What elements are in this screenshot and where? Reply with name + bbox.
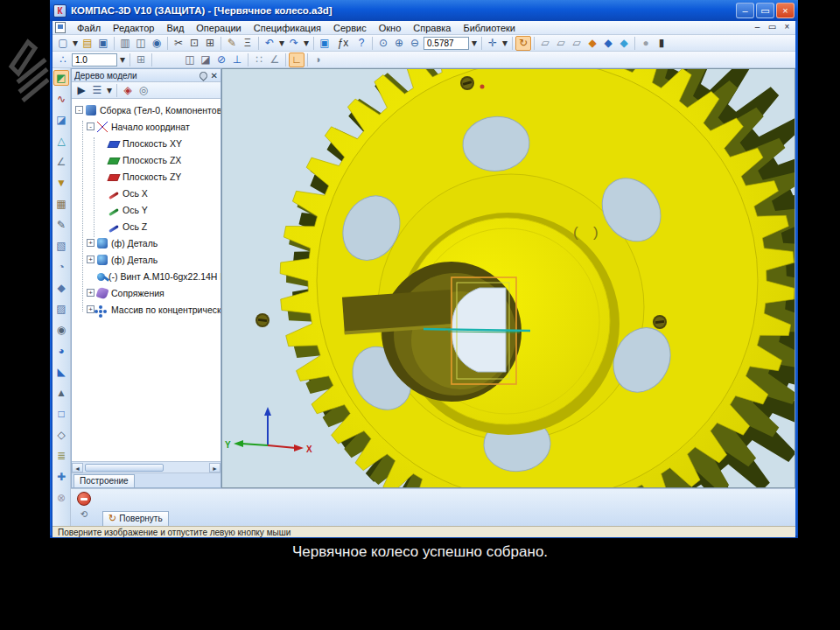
menu-item-5[interactable]: Сервис [327, 22, 373, 34]
tree-expander[interactable]: + [87, 256, 94, 263]
viewport-3d[interactable]: ()YX [221, 68, 795, 488]
paste-button[interactable]: ⊞ [202, 36, 218, 51]
open-document-button[interactable]: ▤ [80, 36, 95, 51]
close-button[interactable]: × [776, 3, 794, 18]
relations-view-button[interactable]: ◈ [120, 83, 136, 98]
tree-row[interactable]: -Сборка (Тел-0, Компонентов-6) [72, 102, 220, 118]
tree-pointer-button[interactable]: ▶ [74, 83, 89, 98]
print-preview-button[interactable]: ◫ [133, 36, 149, 51]
copy-style-button[interactable]: ✎ [224, 36, 240, 51]
menu-item-6[interactable]: Окно [373, 22, 408, 34]
menu-item-0[interactable]: Файл [71, 22, 107, 34]
current-step-input[interactable] [72, 53, 117, 66]
draft-operation-button[interactable]: ◇ [53, 427, 69, 443]
revolve-operation-button[interactable]: ◔ [53, 259, 69, 275]
tree-expander[interactable]: - [75, 106, 83, 114]
interrupt-command-button[interactable] [77, 492, 91, 506]
tree-structure-dropdown-button[interactable]: ▾ [105, 83, 114, 98]
hidden-objects-button[interactable]: ◎ [136, 83, 151, 98]
redo-button[interactable]: ↷ [286, 36, 302, 51]
minimize-button[interactable]: – [736, 3, 754, 18]
scroll-left-arrow[interactable]: ◄ [72, 463, 83, 472]
shell-operation-button[interactable]: □ [53, 406, 69, 422]
measurements-button[interactable]: ∠ [53, 154, 69, 170]
zoom-out-button[interactable]: ⊖ [407, 36, 423, 51]
tree-expander[interactable]: - [87, 122, 94, 130]
maximize-button[interactable]: ▭ [756, 3, 774, 18]
menu-item-4[interactable]: Спецификация [248, 22, 327, 34]
hidden-lines-button[interactable]: ▱ [553, 36, 569, 51]
zoom-in-button[interactable]: ⊕ [391, 36, 407, 51]
mdi-close-button[interactable]: × [780, 22, 794, 33]
wireframe-button[interactable]: ▱ [537, 36, 553, 51]
tab-rotate[interactable]: ↻ Повернуть [102, 511, 169, 526]
menu-item-1[interactable]: Редактор [107, 22, 160, 34]
menu-item-7[interactable]: Справка [407, 22, 457, 34]
tree-row[interactable]: +Сопряжения [72, 284, 220, 301]
new-document-button[interactable]: ▢ [55, 36, 71, 51]
refresh-image-button[interactable]: ◗ [311, 52, 326, 67]
variables-button[interactable]: ƒx [332, 36, 354, 51]
tree-expander[interactable]: + [87, 289, 94, 297]
tree-row[interactable]: -Начало координат [72, 118, 220, 135]
reports-button[interactable]: ✎ [53, 217, 69, 233]
scroll-thumb[interactable] [85, 464, 164, 472]
help-mode-button[interactable]: ? [354, 36, 369, 51]
redo-dropdown-button[interactable]: ▾ [302, 36, 311, 51]
mate-condition-button[interactable]: ✚ [53, 469, 69, 485]
auxiliary-geometry-button[interactable]: △ [53, 133, 69, 149]
titlebar[interactable]: К КОМПАС-3D V10 (ЗАЩИТА) - [Червячное ко… [50, 0, 798, 21]
loft-operation-button[interactable]: ▨ [53, 301, 69, 317]
grid-button[interactable]: ⊞ [133, 52, 149, 67]
mdi-restore-button[interactable]: ▭ [766, 22, 779, 33]
edit-component-button[interactable]: ◩ [53, 70, 69, 86]
hole-operation-button[interactable]: ◉ [53, 322, 69, 338]
rotate-view-button[interactable]: ↻ [515, 36, 531, 51]
new-dropdown-button[interactable]: ▾ [71, 36, 80, 51]
import-button[interactable]: ◉ [149, 36, 164, 51]
section-display-button[interactable]: ◪ [198, 52, 214, 67]
ortho-mode-button[interactable]: ∟ [289, 52, 304, 67]
menu-item-3[interactable]: Операции [190, 22, 247, 34]
zoom-window-button[interactable]: ⊙ [375, 36, 391, 51]
undo-dropdown-button[interactable]: ▾ [277, 36, 286, 51]
snap-settings-button[interactable]: ∴ [55, 52, 71, 67]
extrude-operation-button[interactable]: ▧ [53, 238, 69, 254]
perspective-button[interactable]: ◆ [616, 36, 632, 51]
menu-item-8[interactable]: Библиотеки [457, 22, 522, 34]
hidden-lines-thin-button[interactable]: ▱ [569, 36, 584, 51]
angle-snap-button[interactable]: ∠ [267, 52, 283, 67]
tree-row[interactable]: (-) Винт А.М10-6gх22.14Н Г [72, 268, 220, 284]
pin-icon[interactable] [198, 70, 209, 81]
undo-button[interactable]: ↶ [262, 36, 277, 51]
kinematic-operation-button[interactable]: ◆ [53, 280, 69, 296]
chamfer-operation-button[interactable]: ◣ [53, 364, 69, 380]
tree-expander[interactable]: + [87, 239, 94, 247]
tree-row[interactable]: +(ф) Деталь [72, 251, 220, 268]
tab-construction[interactable]: Построение [74, 474, 135, 487]
menu-item-2[interactable]: Вид [160, 22, 190, 34]
filters-button[interactable]: ▼ [53, 175, 69, 191]
cut-button[interactable]: ✂ [171, 36, 186, 51]
load-document-button[interactable]: ▣ [317, 36, 332, 51]
step-dropdown-button[interactable]: ▾ [118, 52, 127, 67]
simplify-view-button[interactable]: ● [638, 36, 654, 51]
tree-expander[interactable]: + [87, 305, 94, 313]
tree-hscrollbar[interactable]: ◄ ► [72, 461, 220, 472]
pan-dropdown-button[interactable]: ▾ [500, 36, 509, 51]
document-settings-button[interactable]: ▮ [654, 36, 669, 51]
tree-row[interactable]: +Массив по концентрическ [72, 301, 220, 318]
spatial-curves-button[interactable]: ∿ [53, 91, 69, 107]
stop-operation-button[interactable]: ⊗ [53, 490, 69, 506]
mdi-minimize-button[interactable]: – [751, 22, 764, 33]
zoom-dropdown-button[interactable]: ▾ [470, 36, 479, 51]
shaded-button[interactable]: ◆ [584, 36, 600, 51]
specification-button[interactable]: ▦ [53, 196, 69, 212]
document-icon[interactable] [55, 22, 66, 33]
zoom-scale-input[interactable] [424, 37, 469, 50]
scroll-right-arrow[interactable]: ► [209, 463, 220, 472]
create-object-icon[interactable]: ⟲ [77, 508, 91, 521]
fillet-operation-button[interactable]: ◕ [53, 343, 69, 359]
rib-operation-button[interactable]: ▲ [53, 385, 69, 401]
dot-grid-button[interactable]: ∷ [251, 52, 267, 67]
